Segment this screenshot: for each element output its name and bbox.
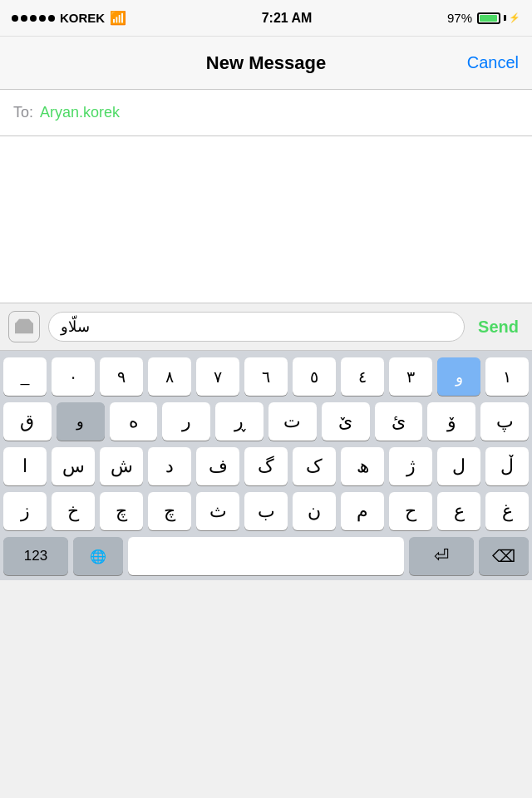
key-alef[interactable]: ا: [3, 447, 47, 485]
key-yeh[interactable]: ێ: [322, 402, 370, 441]
delete-key[interactable]: ⌫: [479, 537, 529, 575]
key-underscore[interactable]: _: [3, 357, 47, 396]
key-4[interactable]: ٤: [341, 357, 384, 396]
key-5[interactable]: ٥: [293, 357, 336, 396]
key-ain[interactable]: ع: [437, 492, 480, 530]
key-hah[interactable]: ھ: [341, 447, 384, 485]
key-zhe[interactable]: ژ: [389, 447, 432, 485]
globe-icon: 🌐: [90, 549, 106, 564]
camera-button[interactable]: [8, 311, 40, 342]
key-waw-active[interactable]: و: [437, 357, 480, 396]
message-input[interactable]: سلّاو: [48, 312, 465, 342]
wifi-icon: 📶: [110, 10, 126, 26]
key-lam[interactable]: ل: [437, 447, 480, 485]
key-che2[interactable]: چ: [148, 492, 191, 530]
battery-percent: 97%: [447, 11, 472, 25]
key-7[interactable]: ٧: [196, 357, 239, 396]
key-heh[interactable]: ە: [110, 402, 158, 441]
header: New Message Cancel: [0, 37, 532, 90]
key-fa[interactable]: ف: [196, 447, 239, 485]
input-row: سلّاو Send: [0, 303, 532, 351]
key-kha[interactable]: خ: [52, 492, 95, 530]
return-icon: ⏎: [434, 545, 449, 567]
to-contact[interactable]: Aryan.korek: [40, 104, 120, 121]
key-0[interactable]: ٠: [52, 357, 95, 396]
key-ghain[interactable]: غ: [485, 492, 529, 530]
key-qaf[interactable]: ق: [3, 402, 52, 441]
battery-icon: ⚡: [477, 12, 520, 24]
status-right: 97% ⚡: [447, 11, 520, 25]
key-ra[interactable]: ر: [162, 402, 210, 441]
charging-icon: ⚡: [509, 12, 520, 23]
message-text: سلّاو: [61, 318, 90, 336]
status-time: 7:21 AM: [262, 11, 313, 26]
numbers-label: 123: [24, 548, 47, 564]
key-1[interactable]: ١: [485, 357, 529, 396]
key-rr[interactable]: ڕ: [215, 402, 264, 441]
to-label: To:: [13, 104, 33, 121]
camera-icon: [15, 318, 33, 336]
signal-dots: [12, 15, 55, 22]
delete-icon: ⌫: [492, 546, 515, 566]
status-bar: KOREK 📶 7:21 AM 97% ⚡: [0, 0, 532, 37]
key-ba[interactable]: ب: [244, 492, 288, 530]
keyboard-row-3: ا س ش د ف گ ک ھ ژ ل ڵ: [0, 447, 532, 485]
key-hha[interactable]: ح: [389, 492, 432, 530]
key-sin[interactable]: س: [52, 447, 95, 485]
message-area: [0, 136, 532, 303]
key-gaf[interactable]: گ: [244, 447, 288, 485]
space-key[interactable]: [128, 537, 404, 575]
key-waw-gray[interactable]: و: [57, 402, 105, 441]
key-3[interactable]: ٣: [389, 357, 432, 396]
keyboard: _ ٠ ٩ ٨ ٧ ٦ ٥ ٤ ٣ و ١ ق و ە ر ڕ ت ێ ئ ۆ …: [0, 351, 532, 580]
key-dal[interactable]: د: [148, 447, 191, 485]
key-shin[interactable]: ش: [100, 447, 143, 485]
keyboard-row-4: ز خ چ چ ث ب ن م ح ع غ: [0, 492, 532, 530]
send-button[interactable]: Send: [473, 318, 524, 337]
key-oo[interactable]: ۆ: [427, 402, 475, 441]
key-pe[interactable]: پ: [480, 402, 529, 441]
carrier-name: KOREK: [60, 11, 105, 25]
numbers-key[interactable]: 123: [3, 537, 68, 575]
key-lam-ll[interactable]: ڵ: [485, 447, 529, 485]
key-ta[interactable]: ت: [268, 402, 317, 441]
key-6[interactable]: ٦: [244, 357, 288, 396]
return-key[interactable]: ⏎: [409, 537, 474, 575]
page-title: New Message: [206, 52, 326, 74]
key-mim[interactable]: م: [341, 492, 384, 530]
key-hamza[interactable]: ئ: [375, 402, 423, 441]
cancel-button[interactable]: Cancel: [467, 53, 519, 72]
key-che[interactable]: چ: [100, 492, 143, 530]
globe-key[interactable]: 🌐: [73, 537, 123, 575]
keyboard-row-1: _ ٠ ٩ ٨ ٧ ٦ ٥ ٤ ٣ و ١: [0, 357, 532, 396]
key-9[interactable]: ٩: [100, 357, 143, 396]
to-field[interactable]: To: Aryan.korek: [0, 90, 532, 136]
key-nun[interactable]: ن: [293, 492, 336, 530]
key-tha[interactable]: ث: [196, 492, 239, 530]
key-za[interactable]: ز: [3, 492, 47, 530]
key-kaf[interactable]: ک: [293, 447, 336, 485]
keyboard-bottom-row: 123 🌐 ⏎ ⌫: [0, 537, 532, 580]
key-8[interactable]: ٨: [148, 357, 191, 396]
keyboard-row-2: ق و ە ر ڕ ت ێ ئ ۆ پ: [0, 402, 532, 441]
